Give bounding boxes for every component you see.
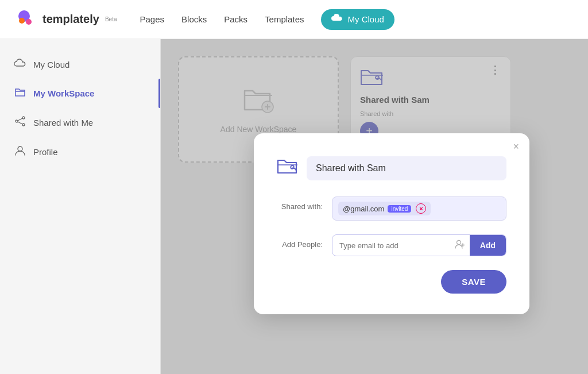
add-button[interactable]: Add <box>470 235 506 256</box>
logo-text: templately <box>42 13 99 26</box>
svg-point-1 <box>19 18 25 24</box>
share-icon <box>14 116 26 129</box>
user-icon <box>14 145 26 159</box>
sidebar: My Cloud My WorkSpace Share <box>0 39 161 374</box>
svg-point-3 <box>22 117 25 119</box>
email-tag: @gmail.com invited × <box>338 202 431 215</box>
logo-area: templately Beta <box>17 9 117 30</box>
svg-point-2 <box>26 19 32 25</box>
add-people-input-row: Add <box>332 234 506 256</box>
shared-with-label: Shared with: <box>277 196 323 211</box>
svg-point-5 <box>16 120 18 122</box>
nav-blocks[interactable]: Blocks <box>181 14 207 24</box>
tag-remove-button[interactable]: × <box>416 203 426 214</box>
sidebar-item-profile[interactable]: Profile <box>0 137 160 167</box>
beta-badge: Beta <box>105 16 117 22</box>
svg-point-11 <box>291 165 294 169</box>
modal-title-row <box>277 156 506 180</box>
main-layout: My Cloud My WorkSpace Share <box>0 39 588 374</box>
svg-point-8 <box>18 146 22 151</box>
sidebar-my-cloud-label: My Cloud <box>33 60 69 70</box>
shared-with-field: Shared with: @gmail.com invited × <box>277 196 506 221</box>
svg-point-4 <box>22 124 25 126</box>
save-button[interactable]: SAVE <box>441 270 506 294</box>
add-people-content: Add <box>332 234 506 256</box>
modal-close-button[interactable]: × <box>513 141 519 152</box>
modal-footer: SAVE <box>277 270 506 294</box>
shared-with-content: @gmail.com invited × <box>332 196 506 221</box>
nav-packs[interactable]: Packs <box>224 14 247 24</box>
workspace-name-input[interactable] <box>307 156 506 180</box>
modal-folder-icon <box>277 156 299 180</box>
email-tags-container: @gmail.com invited × <box>332 196 506 221</box>
sidebar-workspace-label: My WorkSpace <box>33 88 94 98</box>
invited-badge: invited <box>388 205 411 213</box>
nav-templates[interactable]: Templates <box>265 14 304 24</box>
sidebar-item-shared-with-me[interactable]: Shared with Me <box>0 108 160 137</box>
add-people-field: Add People: Add <box>277 234 506 256</box>
nav-links: Pages Blocks Packs Templates My Cloud <box>140 9 571 30</box>
add-people-label: Add People: <box>277 234 323 249</box>
folder-icon <box>14 87 26 100</box>
person-add-icon <box>450 240 470 251</box>
sidebar-item-my-workspace[interactable]: My WorkSpace <box>0 79 160 108</box>
my-cloud-button[interactable]: My Cloud <box>321 9 394 30</box>
svg-point-12 <box>457 241 461 245</box>
nav-pages[interactable]: Pages <box>140 14 165 24</box>
content-area: Add New WorkSpace ⋮ Shared with Sam Shar… <box>161 39 588 374</box>
cloud-icon <box>14 59 26 71</box>
logo-icon <box>17 9 38 30</box>
sidebar-profile-label: Profile <box>33 147 58 157</box>
svg-line-6 <box>18 118 22 121</box>
svg-line-7 <box>18 122 22 124</box>
sidebar-item-my-cloud[interactable]: My Cloud <box>0 51 160 79</box>
cloud-icon <box>331 14 343 25</box>
modal: × Shared with: <box>254 133 529 314</box>
sidebar-shared-label: Shared with Me <box>33 118 93 128</box>
email-tag-text: @gmail.com <box>343 205 384 213</box>
my-cloud-label: My Cloud <box>347 14 384 24</box>
header: templately Beta Pages Blocks Packs Templ… <box>0 0 588 39</box>
modal-overlay: × Shared with: <box>161 39 588 374</box>
add-people-input[interactable] <box>332 236 450 256</box>
